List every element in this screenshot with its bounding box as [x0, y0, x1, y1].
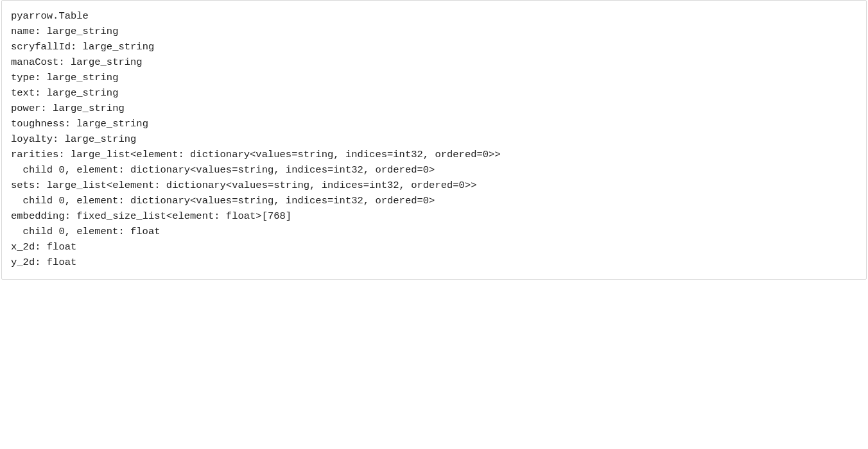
schema-line: manaCost: large_string [11, 55, 857, 70]
schema-line: rarities: large_list<element: dictionary… [11, 147, 857, 162]
schema-line: y_2d: float [11, 255, 857, 270]
schema-child-line: child 0, element: float [11, 224, 857, 239]
schema-child-line: child 0, element: dictionary<values=stri… [11, 193, 857, 208]
schema-line: loyalty: large_string [11, 131, 857, 147]
schema-line: scryfallId: large_string [11, 39, 857, 55]
schema-line: sets: large_list<element: dictionary<val… [11, 178, 857, 193]
schema-line: power: large_string [11, 101, 857, 116]
schema-line: type: large_string [11, 70, 857, 85]
schema-line: pyarrow.Table [11, 8, 857, 24]
schema-line: embedding: fixed_size_list<element: floa… [11, 208, 857, 224]
schema-child-line: child 0, element: dictionary<values=stri… [11, 162, 857, 178]
schema-line: toughness: large_string [11, 116, 857, 131]
notebook-output-cell: pyarrow.Table name: large_string scryfal… [1, 0, 867, 280]
schema-line: name: large_string [11, 24, 857, 39]
schema-line: text: large_string [11, 85, 857, 101]
schema-line: x_2d: float [11, 239, 857, 255]
